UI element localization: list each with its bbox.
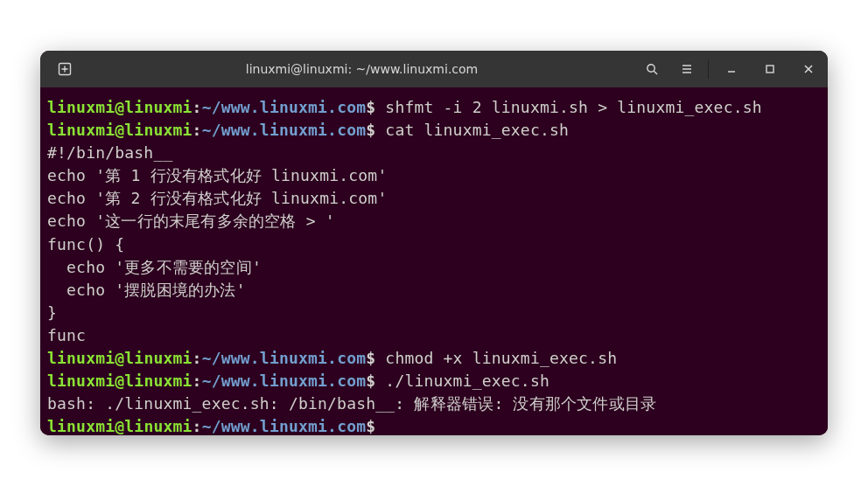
command-text: ./linuxmi_exec.sh [375,371,550,390]
new-tab-button[interactable] [47,56,82,82]
output-line: func() { [47,233,821,256]
command-text: cat linuxmi_exec.sh [375,121,569,139]
prompt-colon: : [192,371,202,390]
prompt-host: linuxmi [124,349,192,367]
prompt-at: @ [115,349,124,367]
prompt-user: linuxmi [47,417,115,435]
prompt-path: ~/www.linuxmi.com [202,417,367,435]
command-text [375,417,385,435]
prompt-path: ~/www.linuxmi.com [202,98,367,116]
svg-rect-9 [766,66,774,73]
output-line: echo '摆脱困境的办法' [47,279,821,302]
output-line: } [47,302,821,324]
prompt-colon: : [192,98,202,116]
terminal-line: linuxmi@linuxmi:~/www.linuxmi.com$ [47,415,821,435]
terminal-body[interactable]: linuxmi@linuxmi:~/www.linuxmi.com$ shfmt… [40,87,828,435]
minimize-icon [726,64,737,74]
output-line: bash: ./linuxmi_exec.sh: /bin/bash__: 解释… [47,392,821,415]
search-icon [645,62,659,76]
prompt-host: linuxmi [124,417,192,435]
svg-line-4 [654,71,657,74]
output-line: echo '第 1 行没有格式化好 linuxmi.com' [47,164,821,187]
new-tab-icon [58,62,72,76]
output-line: func [47,324,821,347]
terminal-line: linuxmi@linuxmi:~/www.linuxmi.com$ cat l… [47,119,821,142]
search-button[interactable] [634,56,669,82]
prompt-colon: : [192,349,202,367]
prompt-at: @ [115,371,124,390]
prompt-dollar: $ [366,349,375,367]
prompt-user: linuxmi [47,371,115,390]
prompt-path: ~/www.linuxmi.com [202,349,367,367]
hamburger-icon [680,62,694,76]
output-line: #!/bin/bash__ [47,142,821,164]
prompt-path: ~/www.linuxmi.com [202,371,367,390]
prompt-dollar: $ [366,121,375,139]
terminal-line: linuxmi@linuxmi:~/www.linuxmi.com$ shfmt… [47,96,821,119]
terminal-window: linuxmi@linuxmi: ~/www.linuxmi.com [40,51,828,435]
terminal-line: linuxmi@linuxmi:~/www.linuxmi.com$ chmod… [47,347,821,370]
prompt-at: @ [115,121,124,139]
titlebar: linuxmi@linuxmi: ~/www.linuxmi.com [40,51,828,87]
command-text: shfmt -i 2 linuxmi.sh > linuxmi_exec.sh [375,98,761,116]
prompt-at: @ [115,417,124,435]
menu-button[interactable] [669,56,704,82]
terminal-line: linuxmi@linuxmi:~/www.linuxmi.com$ ./lin… [47,370,821,392]
prompt-dollar: $ [366,371,375,390]
prompt-colon: : [192,417,202,435]
command-text: chmod +x linuxmi_exec.sh [375,349,617,367]
output-line: echo '第 2 行没有格式化好 linuxmi.com' [47,187,821,210]
prompt-user: linuxmi [47,98,115,116]
minimize-button[interactable] [712,51,751,87]
close-icon [803,64,814,74]
prompt-dollar: $ [366,417,375,435]
prompt-host: linuxmi [124,371,192,390]
prompt-user: linuxmi [47,121,115,139]
close-button[interactable] [789,51,828,87]
output-line: echo '更多不需要的空间' [47,256,821,279]
titlebar-separator [708,59,709,79]
prompt-host: linuxmi [124,98,192,116]
window-title: linuxmi@linuxmi: ~/www.linuxmi.com [89,62,634,76]
output-line: echo '这一行的末尾有多余的空格 > ' [47,210,821,233]
prompt-path: ~/www.linuxmi.com [202,121,367,139]
prompt-user: linuxmi [47,349,115,367]
prompt-host: linuxmi [124,121,192,139]
maximize-button[interactable] [751,51,789,87]
maximize-icon [765,64,775,74]
prompt-dollar: $ [366,98,375,116]
svg-point-3 [648,65,654,72]
prompt-colon: : [192,121,202,139]
prompt-at: @ [115,98,124,116]
